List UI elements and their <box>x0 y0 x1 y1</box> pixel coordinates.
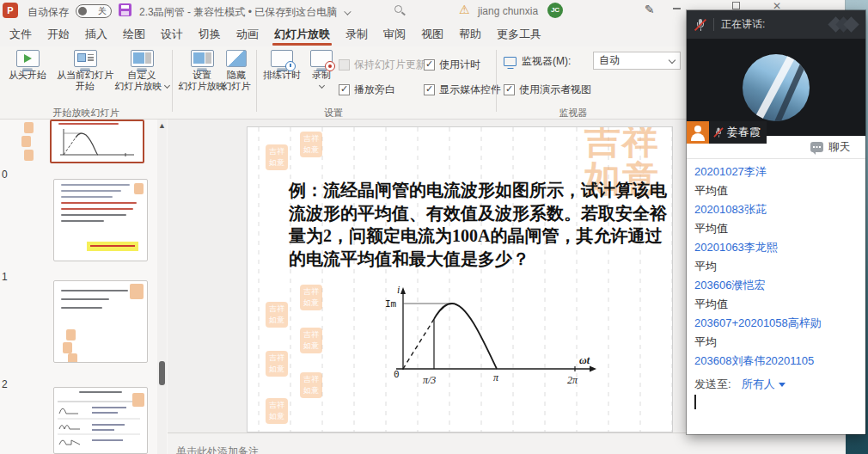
send-to-selector[interactable]: 所有人 <box>742 377 775 392</box>
thumbnail-content-placeholder <box>54 184 147 222</box>
slide-number: 0 <box>2 169 8 181</box>
decor-stamp <box>68 353 77 363</box>
powerpoint-icon: P <box>3 3 18 18</box>
monitor-row: 监视器(M): <box>504 54 571 69</box>
from-current-slide-button[interactable]: 从当前幻灯片 开始 <box>50 50 120 92</box>
decor-stamp <box>21 136 31 147</box>
account-name[interactable]: jiang chunxia <box>478 5 538 17</box>
thumbnail-current-slide[interactable] <box>50 120 144 163</box>
tab-review[interactable]: 审阅 <box>376 22 413 46</box>
checkbox-icon <box>339 84 350 95</box>
thumbnail-slide-11[interactable] <box>53 280 148 363</box>
slide-thumbnails-panel: 0 1 2 <box>0 120 168 454</box>
figure-x-tick-pi3: π/3 <box>423 374 436 386</box>
chat-tab-label[interactable]: 聊天 <box>828 140 850 155</box>
figure-y-axis-label: i <box>397 285 400 296</box>
maximize-button[interactable] <box>732 2 740 9</box>
speaking-label: 正在讲话: <box>721 17 765 32</box>
tab-view[interactable]: 视图 <box>413 22 451 46</box>
scrollbar-thumb[interactable] <box>159 361 165 385</box>
speaker-name: 姜春霞 <box>727 125 761 140</box>
document-title[interactable]: 2.3晶闸管 - 兼容性模式 • 已保存到这台电脑 <box>139 5 349 20</box>
header-divider <box>713 18 714 31</box>
tab-more-tools[interactable]: 更多工具 <box>489 22 549 46</box>
account-avatar[interactable]: JC <box>547 3 563 18</box>
current-waveform-figure[interactable]: i Im 0 π/3 π 2π ωt <box>383 285 607 392</box>
send-to-label: 发送至: <box>694 377 731 392</box>
chat-message-sender: 203608刘春伟20201105 <box>694 352 858 371</box>
notes-area[interactable]: 单击此处添加备注 <box>168 433 846 454</box>
save-icon[interactable] <box>119 3 131 16</box>
group-label-setup: 设置 <box>273 107 394 120</box>
tab-record[interactable]: 录制 <box>338 22 376 46</box>
checkbox-play-narrations[interactable]: 播放旁白 <box>339 83 395 97</box>
autosave-toggle[interactable]: 关 <box>76 4 112 18</box>
thumbnail-slide-12[interactable] <box>53 387 148 454</box>
tab-animations[interactable]: 动画 <box>229 22 266 46</box>
current-slide-screen-icon <box>74 50 97 67</box>
record-button[interactable]: 录制 <box>306 50 337 92</box>
tab-draw[interactable]: 绘图 <box>115 22 153 46</box>
decor-stamp: 吉祥如意 <box>300 328 322 353</box>
chat-message: 203608刘春伟20201105 <box>694 352 858 371</box>
chat-message: 203607+20201058高梓勋 平均 <box>694 314 858 352</box>
warning-icon[interactable]: ⚠ <box>459 3 470 16</box>
decor-stamp <box>24 122 34 133</box>
record-screen-icon <box>310 50 333 67</box>
search-icon[interactable] <box>394 5 402 13</box>
rehearse-timings-button[interactable]: 排练计时 <box>260 50 304 81</box>
decor-stamp: 吉祥如意 <box>300 372 322 398</box>
group-divider <box>172 50 173 112</box>
decor-stamp <box>132 393 144 407</box>
slide-body-text[interactable]: 例：流经晶闸管的电流波形如图所示，试计算该电 流波形的平均值、有效值及波形系数。… <box>289 179 667 270</box>
checkbox-use-timings[interactable]: 使用计时 <box>424 58 480 72</box>
chat-messages[interactable]: 20201027李洋 平均值 20201083张茈 平均值 20201063李龙… <box>687 159 865 376</box>
from-beginning-button[interactable]: 从头开始 <box>5 50 50 81</box>
thumbnail-mini-chart <box>52 125 141 161</box>
slide-canvas[interactable]: 吉祥 如意 吉祥如意 吉祥如意 吉祥如意 吉祥如意 吉祥如意 吉祥如意 吉祥如意… <box>247 126 673 433</box>
pen-mode-icon[interactable]: ✎ <box>645 3 655 16</box>
play-narrations-label: 播放旁白 <box>354 83 395 97</box>
minimize-button[interactable] <box>673 8 681 9</box>
checkbox-show-media-controls[interactable]: 显示媒体控件 <box>424 83 501 97</box>
tab-help[interactable]: 帮助 <box>451 22 489 46</box>
chevron-down-icon <box>318 83 324 89</box>
chat-message-text: 平均值 <box>694 295 858 314</box>
speaker-name-badge: 姜春霞 <box>687 121 767 144</box>
chat-message-text: 平均 <box>694 257 858 276</box>
slide-text-line: 流波形的平均值、有效值及波形系数。若取安全裕 <box>289 202 667 225</box>
tab-insert[interactable]: 插入 <box>77 22 115 46</box>
tab-home[interactable]: 开始 <box>40 22 77 46</box>
thumbnail-slide-10[interactable] <box>53 179 148 261</box>
checkbox-presenter-view[interactable]: 使用演示者视图 <box>504 83 591 97</box>
figure-x-tick-pi: π <box>493 371 499 383</box>
from-current-label-line2: 开始 <box>50 81 120 92</box>
chat-bubble-icon <box>810 142 823 152</box>
decor-stamp: 吉祥如意 <box>300 285 322 310</box>
mic-muted-icon[interactable] <box>694 18 706 32</box>
tab-file[interactable]: 文件 <box>2 22 40 46</box>
tab-slideshow[interactable]: 幻灯片放映 <box>266 22 338 46</box>
chat-message: 203606濮恺宏 平均值 <box>694 276 858 314</box>
slide-text-line: 量为2，问额定电流为100A的晶闸管，其允许通过 <box>289 224 667 248</box>
custom-slideshow-button[interactable]: 自定义 幻灯片放映 <box>113 50 170 92</box>
thumbnails-scrollbar[interactable]: ▲ <box>157 120 167 454</box>
decor-stamp: 吉祥如意 <box>266 144 288 170</box>
checkbox-keep-slides-updated[interactable]: 保持幻灯片更新 <box>339 58 426 72</box>
figure-origin-label: 0 <box>394 369 400 380</box>
chat-input[interactable] <box>687 391 865 434</box>
ribbon-tab-bar: 文件 开始 插入 绘图 设计 切换 动画 幻灯片放映 录制 审阅 视图 帮助 更… <box>2 22 549 46</box>
group-label-start-slideshow: 开始放映幻灯片 <box>17 107 155 120</box>
presenter-view-label: 使用演示者视图 <box>519 83 591 97</box>
meeting-header: 正在讲话: <box>687 10 865 39</box>
monitor-dropdown-value: 自动 <box>599 54 620 66</box>
setup-show-screen-icon <box>191 50 214 67</box>
rehearse-clock-icon <box>271 50 293 67</box>
tab-design[interactable]: 设计 <box>153 22 191 46</box>
tab-transitions[interactable]: 切换 <box>191 22 229 46</box>
monitor-dropdown[interactable]: 自动 <box>593 52 681 70</box>
scroll-up-icon[interactable]: ▲ <box>158 121 166 130</box>
hide-slide-button[interactable]: 隐藏 幻灯片 <box>218 50 254 92</box>
media-controls-label: 显示媒体控件 <box>439 83 501 97</box>
slide-number: 2 <box>2 378 8 390</box>
